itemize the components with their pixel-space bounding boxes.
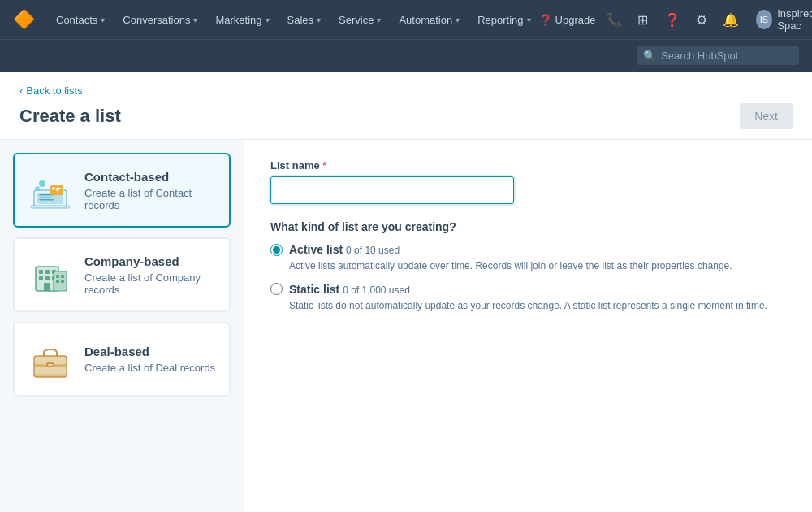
- deal-based-card-text: Deal-based Create a list of Deal records: [84, 345, 215, 374]
- svg-rect-4: [39, 199, 54, 201]
- deal-based-card[interactable]: Deal-based Create a list of Deal records: [13, 322, 231, 397]
- search-input[interactable]: [661, 50, 793, 62]
- search-icon: 🔍: [643, 50, 656, 62]
- svg-rect-28: [48, 364, 53, 366]
- svg-rect-5: [31, 206, 70, 208]
- chevron-icon: ▾: [266, 15, 270, 24]
- list-name-input[interactable]: [270, 176, 514, 204]
- radio-group: Active list 0 of 10 used Active lists au…: [270, 243, 786, 313]
- chevron-icon: ▾: [456, 15, 460, 24]
- static-list-option: Static list 0 of 1,000 used Static lists…: [270, 283, 786, 313]
- nav-marketing[interactable]: Marketing ▾: [207, 0, 277, 39]
- deal-icon: [28, 336, 73, 382]
- next-button[interactable]: Next: [740, 103, 793, 129]
- svg-rect-16: [39, 276, 43, 280]
- right-panel: List name * What kind of list are you cr…: [244, 140, 812, 512]
- active-list-label[interactable]: Active list 0 of 10 used: [289, 243, 400, 256]
- active-list-option: Active list 0 of 10 used Active lists au…: [270, 243, 786, 273]
- chevron-icon: ▾: [193, 15, 197, 24]
- company-based-card-text: Company-based Create a list of Company r…: [84, 254, 216, 296]
- svg-rect-17: [45, 276, 50, 280]
- svg-point-10: [39, 180, 45, 187]
- chevron-left-icon: ‹: [19, 85, 23, 97]
- nav-items: Contacts ▾ Conversations ▾ Marketing ▾ S…: [48, 0, 539, 39]
- nav-service[interactable]: Service ▾: [330, 0, 389, 39]
- topbar: 🔶 Contacts ▾ Conversations ▾ Marketing ▾…: [0, 0, 812, 39]
- svg-rect-19: [44, 283, 50, 291]
- avatar: IS: [756, 10, 773, 29]
- content-area: Contact-based Create a list of Contact r…: [0, 140, 812, 512]
- hubspot-logo: 🔶: [13, 9, 35, 30]
- contact-icon: [28, 167, 73, 213]
- active-list-radio[interactable]: [270, 244, 283, 256]
- chevron-icon: ▾: [377, 15, 381, 24]
- phone-icon-button[interactable]: 📞: [602, 7, 624, 33]
- notifications-icon-button[interactable]: 🔔: [719, 7, 742, 33]
- upgrade-button[interactable]: ❓ Upgrade: [539, 14, 596, 26]
- svg-rect-29: [34, 374, 67, 377]
- contact-based-card-text: Contact-based Create a list of Contact r…: [84, 170, 216, 211]
- company-icon: [28, 252, 73, 297]
- svg-rect-24: [61, 280, 64, 283]
- static-list-radio[interactable]: [270, 283, 283, 295]
- static-list-label[interactable]: Static list 0 of 1,000 used: [289, 283, 410, 296]
- svg-rect-14: [45, 270, 50, 274]
- svg-rect-23: [56, 280, 59, 283]
- search-bar-row: 🔍: [0, 39, 812, 72]
- company-based-card[interactable]: Company-based Create a list of Company r…: [13, 237, 231, 312]
- list-kind-title: What kind of list are you creating?: [270, 220, 786, 233]
- nav-contacts[interactable]: Contacts ▾: [48, 0, 113, 39]
- nav-sales[interactable]: Sales ▾: [279, 0, 330, 39]
- page-title: Create a list: [19, 106, 121, 127]
- required-star: *: [322, 159, 326, 171]
- nav-conversations[interactable]: Conversations ▾: [114, 0, 205, 39]
- back-to-lists-link[interactable]: ‹ Back to lists: [19, 85, 793, 97]
- svg-rect-9: [56, 190, 59, 191]
- static-list-description: Static lists do not automatically update…: [289, 299, 786, 313]
- contact-based-card[interactable]: Contact-based Create a list of Contact r…: [13, 153, 231, 228]
- active-list-description: Active lists automatically update over t…: [289, 259, 786, 273]
- topbar-right: ❓ Upgrade 📞 ⊞ ❓ ⚙ 🔔 IS Inspired Spac ▾: [539, 4, 812, 35]
- settings-icon-button[interactable]: ⚙: [690, 7, 713, 33]
- svg-rect-22: [61, 275, 64, 278]
- chevron-icon: ▾: [101, 15, 105, 24]
- nav-automation[interactable]: Automation ▾: [391, 0, 468, 39]
- chevron-icon: ▾: [527, 15, 531, 24]
- svg-point-7: [52, 187, 55, 190]
- list-name-label: List name *: [270, 159, 786, 171]
- page-header: ‹ Back to lists Create a list Next: [0, 72, 812, 140]
- question-icon: ❓: [539, 14, 552, 26]
- search-box[interactable]: 🔍: [637, 46, 799, 65]
- marketplace-icon-button[interactable]: ⊞: [632, 7, 654, 33]
- help-icon-button[interactable]: ❓: [661, 7, 684, 33]
- svg-rect-13: [39, 270, 43, 274]
- svg-rect-8: [56, 188, 61, 189]
- nav-reporting[interactable]: Reporting ▾: [469, 0, 538, 39]
- svg-rect-20: [54, 271, 67, 291]
- left-panel: Contact-based Create a list of Contact r…: [0, 140, 244, 512]
- svg-point-11: [35, 186, 40, 191]
- svg-rect-3: [39, 197, 52, 198]
- svg-rect-21: [56, 275, 59, 278]
- main-wrapper: ‹ Back to lists Create a list Next: [0, 72, 812, 512]
- chevron-icon: ▾: [317, 15, 321, 24]
- account-button[interactable]: IS Inspired Spac ▾: [749, 4, 812, 35]
